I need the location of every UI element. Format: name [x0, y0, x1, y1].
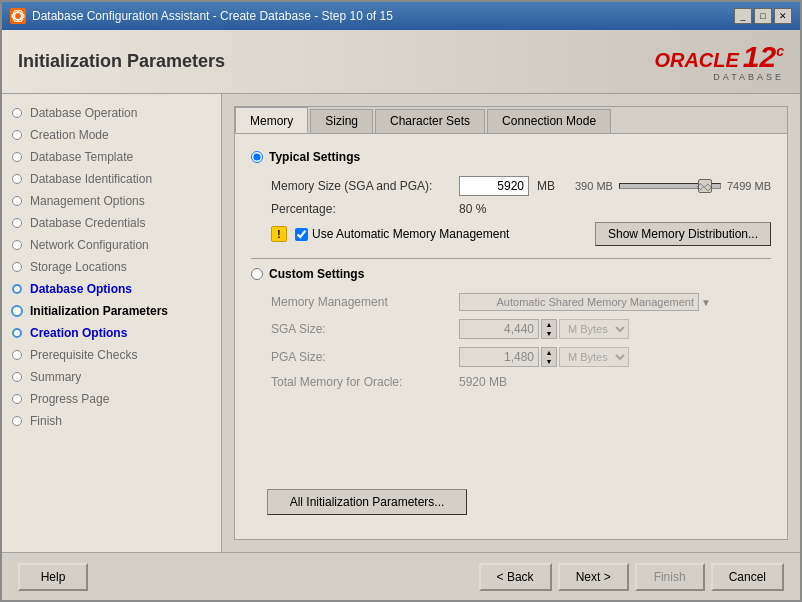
custom-settings-radio[interactable]	[251, 268, 263, 280]
sidebar-item-creation-mode: Creation Mode	[2, 124, 221, 146]
sidebar-dot	[12, 218, 22, 228]
footer-nav-buttons: < Back Next > Finish Cancel	[479, 563, 784, 591]
tab-sizing[interactable]: Sizing	[310, 109, 373, 133]
sidebar-dot	[12, 262, 22, 272]
content-area: Memory Sizing Character Sets Connection …	[222, 94, 800, 552]
all-params-section: All Initialization Parameters...	[235, 477, 787, 539]
oracle-version: 12c	[743, 42, 784, 72]
footer: Help < Back Next > Finish Cancel	[2, 552, 800, 600]
memory-management-row: Memory Management ▼	[271, 293, 771, 311]
minimize-button[interactable]: _	[734, 8, 752, 24]
total-memory-label: Total Memory for Oracle:	[271, 375, 451, 389]
pga-size-row: PGA Size: ▲ ▼ M Bytes	[271, 347, 771, 367]
percentage-value: 80 %	[459, 202, 486, 216]
memory-size-row: Memory Size (SGA and PGA): MB 390 MB ◇ 7…	[271, 176, 771, 196]
memory-slider[interactable]: ◇	[619, 183, 721, 189]
sidebar-dot	[12, 152, 22, 162]
sidebar-dot	[12, 416, 22, 426]
oracle-logo: ORACLE 12c DATABASE	[654, 42, 784, 82]
memory-size-input[interactable]	[459, 176, 529, 196]
sidebar-dot	[12, 108, 22, 118]
dropdown-arrow-icon: ▼	[701, 297, 711, 308]
typical-settings-label[interactable]: Typical Settings	[251, 150, 771, 164]
sidebar-item-database-operation: Database Operation	[2, 102, 221, 124]
finish-button[interactable]: Finish	[635, 563, 705, 591]
show-memory-distribution-button[interactable]: Show Memory Distribution...	[595, 222, 771, 246]
sidebar-dot	[12, 174, 22, 184]
title-bar-left: Database Configuration Assistant - Creat…	[10, 8, 393, 24]
typical-settings-group: Typical Settings	[251, 150, 771, 164]
sidebar-dot	[12, 240, 22, 250]
sidebar-item-network-configuration: Network Configuration	[2, 234, 221, 256]
memory-size-label: Memory Size (SGA and PGA):	[271, 179, 451, 193]
sga-label: SGA Size:	[271, 322, 451, 336]
sga-input	[459, 319, 539, 339]
slider-thumb[interactable]: ◇	[698, 179, 712, 193]
slider-max: 7499 MB	[727, 180, 771, 192]
tab-connection-mode[interactable]: Connection Mode	[487, 109, 611, 133]
warning-icon: !	[271, 226, 287, 242]
sga-spinner-up: ▲	[542, 320, 556, 329]
pga-unit-select: M Bytes	[559, 347, 629, 367]
sidebar-dot	[12, 394, 22, 404]
slider-min: 390 MB	[575, 180, 613, 192]
pga-spinner-up: ▲	[542, 348, 556, 357]
tab-bar: Memory Sizing Character Sets Connection …	[235, 107, 787, 134]
custom-settings-group: Custom Settings	[251, 267, 771, 281]
pga-input	[459, 347, 539, 367]
oracle-word: ORACLE	[654, 49, 738, 72]
maximize-button[interactable]: □	[754, 8, 772, 24]
oracle-sub: DATABASE	[713, 72, 784, 82]
sidebar-dot	[12, 130, 22, 140]
page-title: Initialization Parameters	[18, 51, 225, 72]
typical-settings-radio[interactable]	[251, 151, 263, 163]
sga-input-group: ▲ ▼ M Bytes	[459, 319, 629, 339]
sidebar-dot	[12, 284, 22, 294]
back-button[interactable]: < Back	[479, 563, 552, 591]
sidebar-item-management-options: Management Options	[2, 190, 221, 212]
main-window: Database Configuration Assistant - Creat…	[0, 0, 802, 602]
next-button[interactable]: Next >	[558, 563, 629, 591]
header-bar: Initialization Parameters ORACLE 12c DAT…	[2, 30, 800, 94]
custom-settings-label[interactable]: Custom Settings	[251, 267, 771, 281]
sidebar: Database Operation Creation Mode Databas…	[2, 94, 222, 552]
all-initialization-parameters-button[interactable]: All Initialization Parameters...	[267, 489, 467, 515]
sidebar-item-initialization-parameters: Initialization Parameters	[2, 300, 221, 322]
memory-management-label: Memory Management	[271, 295, 451, 309]
sga-unit-select: M Bytes	[559, 319, 629, 339]
amm-row: ! Use Automatic Memory Management Show M…	[271, 222, 771, 246]
percentage-row: Percentage: 80 %	[271, 202, 771, 216]
app-icon	[10, 8, 26, 24]
window-title: Database Configuration Assistant - Creat…	[32, 9, 393, 23]
pga-spinner-down: ▼	[542, 357, 556, 366]
tab-character-sets[interactable]: Character Sets	[375, 109, 485, 133]
sga-size-row: SGA Size: ▲ ▼ M Bytes	[271, 319, 771, 339]
amm-checkbox[interactable]	[295, 228, 308, 241]
sidebar-item-database-options[interactable]: Database Options	[2, 278, 221, 300]
sga-spinner: ▲ ▼	[541, 319, 557, 339]
title-bar: Database Configuration Assistant - Creat…	[2, 2, 800, 30]
sidebar-item-prerequisite-checks: Prerequisite Checks	[2, 344, 221, 366]
sidebar-item-database-credentials: Database Credentials	[2, 212, 221, 234]
cancel-button[interactable]: Cancel	[711, 563, 784, 591]
sidebar-dot	[12, 196, 22, 206]
sidebar-dot	[12, 328, 22, 338]
sidebar-item-database-identification: Database Identification	[2, 168, 221, 190]
tab-content-memory: Typical Settings Memory Size (SGA and PG…	[235, 134, 787, 477]
memory-management-select-group: ▼	[459, 293, 771, 311]
tab-memory[interactable]: Memory	[235, 107, 308, 133]
memory-size-unit: MB	[537, 179, 555, 193]
amm-checkbox-label[interactable]: Use Automatic Memory Management	[295, 227, 509, 241]
pga-label: PGA Size:	[271, 350, 451, 364]
main-content: Database Operation Creation Mode Databas…	[2, 94, 800, 552]
sidebar-item-creation-options[interactable]: Creation Options	[2, 322, 221, 344]
percentage-label: Percentage:	[271, 202, 451, 216]
sga-spinner-down: ▼	[542, 329, 556, 338]
pga-input-group: ▲ ▼ M Bytes	[459, 347, 629, 367]
slider-area: 390 MB ◇ 7499 MB	[575, 180, 771, 192]
sidebar-item-progress-page: Progress Page	[2, 388, 221, 410]
close-button[interactable]: ✕	[774, 8, 792, 24]
sidebar-dot	[12, 350, 22, 360]
help-button[interactable]: Help	[18, 563, 88, 591]
divider	[251, 258, 771, 259]
